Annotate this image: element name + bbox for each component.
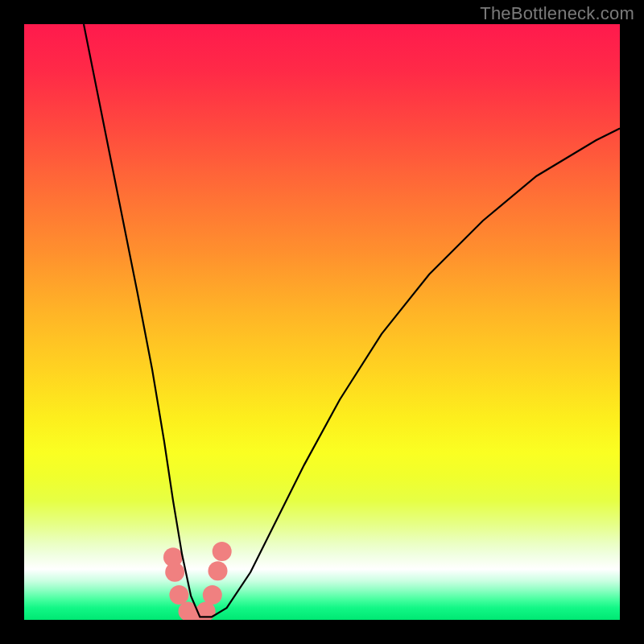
highlight-dot: [203, 585, 222, 605]
chart-frame: TheBottleneck.com: [0, 0, 644, 644]
watermark-text: TheBottleneck.com: [480, 3, 634, 24]
highlight-markers: [163, 542, 232, 620]
highlight-dot: [165, 563, 184, 582]
plot-area: [24, 24, 620, 620]
chart-svg: [24, 24, 620, 620]
bottleneck-curve: [84, 24, 620, 617]
highlight-dot: [213, 542, 232, 561]
highlight-dot: [208, 561, 228, 580]
highlight-dot: [169, 585, 188, 605]
